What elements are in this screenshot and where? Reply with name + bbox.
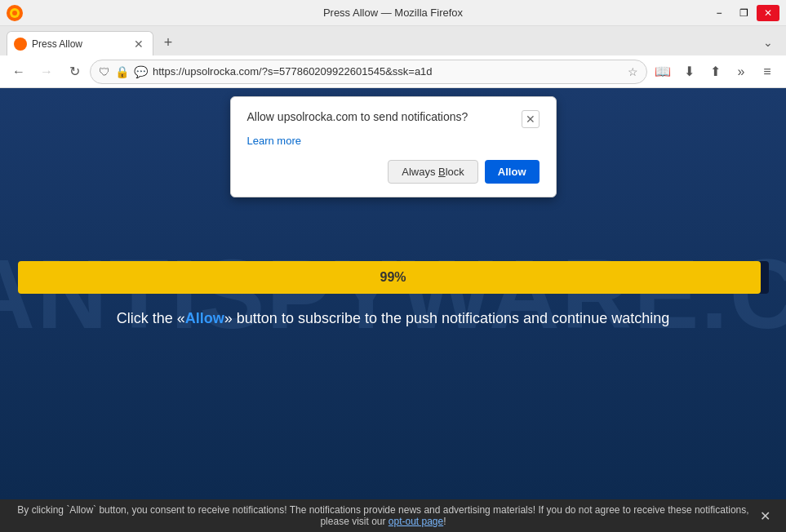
download-button[interactable]: ⬇ [677, 60, 701, 84]
dialog-buttons: Always Block Allow [247, 160, 540, 184]
progress-container: 99% [18, 261, 769, 294]
minimize-button[interactable]: − [708, 5, 730, 21]
shield-icon: 🛡 [99, 65, 110, 78]
svg-point-3 [16, 39, 25, 49]
learn-more-link[interactable]: Learn more [247, 135, 540, 147]
forward-button[interactable]: → [34, 60, 59, 84]
close-button[interactable]: ✕ [757, 5, 779, 21]
window-controls: − ❐ ✕ [708, 5, 779, 21]
dialog-header: Allow upsolrocka.com to send notificatio… [247, 110, 540, 128]
watermark-text: MYANTISPYWARE.COM [0, 240, 786, 348]
bookmark-icon[interactable]: ☆ [628, 65, 638, 78]
maximize-button[interactable]: ❐ [732, 5, 755, 21]
window-title: Press Allow — Mozilla Firefox [0, 7, 786, 19]
cta-text: Click the «Allow» button to subscribe to… [117, 310, 669, 327]
svg-point-2 [12, 11, 17, 16]
active-tab[interactable]: Press Allow ✕ [7, 31, 153, 55]
menu-button[interactable]: ≡ [755, 60, 779, 84]
reload-button[interactable]: ↻ [62, 60, 87, 84]
allow-button[interactable]: Allow [485, 160, 540, 184]
new-tab-button[interactable]: + [157, 31, 180, 54]
bottom-bar-text: By clicking `Allow` button, you consent … [13, 504, 753, 527]
cta-after: » button to subscribe to the push notifi… [224, 310, 669, 326]
cta-allow-word: Allow [185, 310, 224, 326]
more-tools-button[interactable]: » [729, 60, 753, 84]
share-button[interactable]: ⬆ [703, 60, 727, 84]
opt-out-link[interactable]: opt-out page [389, 516, 443, 527]
bottom-notification-bar: By clicking `Allow` button, you consent … [0, 499, 786, 532]
always-block-button[interactable]: Always Block [388, 160, 478, 184]
titlebar: Press Allow — Mozilla Firefox − ❐ ✕ [0, 0, 786, 26]
always-block-label: Always Block [402, 166, 464, 178]
main-content: MYANTISPYWARE.COM Allow upsolrocka.com t… [0, 88, 786, 499]
lock-icon: 🔒 [115, 65, 129, 78]
notification-icon: 💬 [134, 65, 148, 78]
tabbar: Press Allow ✕ + ⌄ [0, 26, 786, 55]
dialog-title: Allow upsolrocka.com to send notificatio… [247, 110, 468, 123]
address-bar[interactable]: 🛡 🔒 💬 https://upsolrocka.com/?s=57786020… [90, 60, 647, 84]
progress-text: 99% [18, 261, 769, 294]
bottom-text-before: By clicking `Allow` button, you consent … [17, 504, 748, 527]
bottom-bar-close-button[interactable]: ✕ [757, 508, 773, 524]
url-text: https://upsolrocka.com/?s=57786020992260… [153, 65, 623, 78]
tab-close-button[interactable]: ✕ [131, 37, 146, 51]
pocket-button[interactable]: 📖 [651, 60, 675, 84]
tab-favicon-icon [14, 38, 27, 51]
titlebar-left [7, 5, 23, 21]
notification-dialog: Allow upsolrocka.com to send notificatio… [230, 96, 557, 197]
bottom-text-after: ! [443, 516, 446, 527]
tab-expand-button[interactable]: ⌄ [757, 31, 779, 54]
cta-before: Click the « [117, 310, 185, 326]
back-button[interactable]: ← [7, 60, 31, 84]
firefox-logo-icon [7, 5, 23, 21]
tab-label: Press Allow [32, 38, 127, 50]
dialog-close-button[interactable]: ✕ [522, 110, 540, 128]
navbar-right-buttons: 📖 ⬇ ⬆ » ≡ [651, 60, 779, 84]
navbar: ← → ↻ 🛡 🔒 💬 https://upsolrocka.com/?s=57… [0, 55, 786, 88]
